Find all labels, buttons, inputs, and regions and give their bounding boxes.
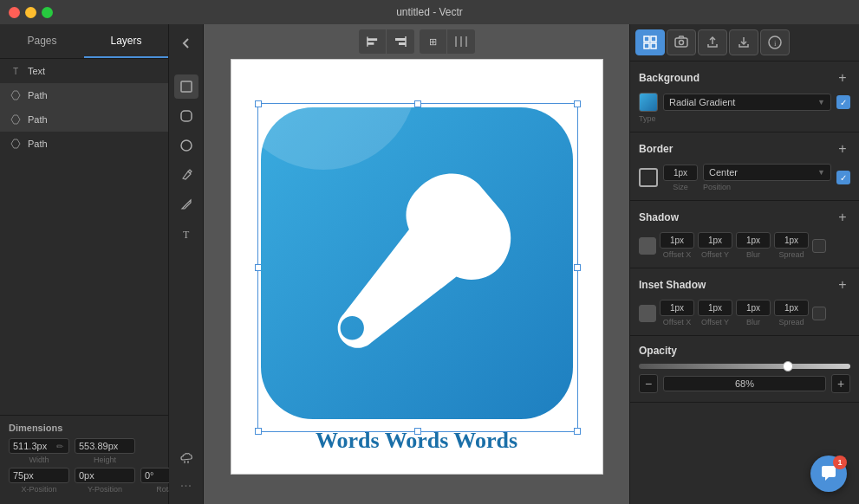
shadow-section: Shadow + Offset X Offset Y Blur bbox=[630, 201, 859, 268]
background-title: Background bbox=[639, 72, 700, 84]
width-label: Width bbox=[9, 456, 69, 464]
rp-export-btn[interactable] bbox=[698, 29, 727, 55]
border-add-btn[interactable]: + bbox=[835, 141, 850, 157]
svg-rect-20 bbox=[675, 38, 687, 47]
handle-br[interactable] bbox=[574, 428, 581, 435]
canvas-area: ⊞ bbox=[204, 24, 629, 504]
layer-item-path1[interactable]: Path bbox=[0, 83, 168, 107]
transform-btn[interactable]: ⊞ bbox=[420, 29, 447, 54]
svg-rect-17 bbox=[651, 36, 656, 42]
inset-shadow-title: Inset Shadow bbox=[639, 279, 706, 291]
inset-shadow-spread-label: Spread bbox=[778, 318, 804, 326]
y-input[interactable] bbox=[79, 470, 122, 481]
border-title: Border bbox=[639, 143, 673, 155]
handle-bl[interactable] bbox=[255, 428, 262, 435]
border-color-swatch[interactable] bbox=[639, 168, 658, 187]
rp-info-btn[interactable]: i bbox=[760, 29, 790, 55]
canvas-text: Words Words Words bbox=[316, 428, 517, 454]
cloud-tool[interactable] bbox=[174, 445, 198, 469]
gradient-type-selector[interactable]: Radial Gradient ▼ bbox=[663, 94, 831, 111]
text-tool[interactable]: T bbox=[174, 222, 198, 246]
square-tool[interactable] bbox=[174, 74, 198, 99]
app-icon[interactable] bbox=[261, 107, 573, 419]
path-layer-icon-2 bbox=[9, 113, 23, 126]
pages-tab[interactable]: Pages bbox=[0, 24, 84, 58]
inset-shadow-color-swatch[interactable] bbox=[639, 305, 656, 322]
svg-rect-9 bbox=[395, 38, 406, 41]
close-button[interactable] bbox=[9, 7, 20, 18]
inset-shadow-blur-input[interactable] bbox=[736, 300, 771, 316]
rounded-rect-tool[interactable] bbox=[174, 104, 198, 128]
border-size-input[interactable] bbox=[663, 165, 698, 181]
width-input[interactable] bbox=[13, 441, 56, 451]
handle-tr[interactable] bbox=[574, 100, 581, 107]
svg-rect-16 bbox=[644, 36, 649, 42]
minimize-button[interactable] bbox=[25, 7, 36, 18]
rp-grid-btn[interactable] bbox=[635, 29, 665, 55]
circle-tool[interactable] bbox=[174, 133, 198, 158]
shadow-offset-x-input[interactable] bbox=[660, 232, 694, 249]
tool-strip: T ··· bbox=[169, 24, 204, 504]
inset-shadow-spread-input[interactable] bbox=[774, 300, 809, 316]
background-type-label: Type bbox=[639, 114, 850, 123]
svg-rect-18 bbox=[644, 43, 649, 48]
window-title: untitled - Vectr bbox=[396, 6, 463, 18]
shadow-enabled-check[interactable] bbox=[812, 239, 826, 253]
rp-toolbar: i bbox=[630, 24, 859, 61]
more-tools[interactable]: ··· bbox=[177, 475, 195, 497]
shadow-add-btn[interactable]: + bbox=[835, 210, 850, 225]
background-color-swatch[interactable] bbox=[639, 93, 658, 112]
border-position-text: Center bbox=[709, 167, 814, 178]
opacity-plus-btn[interactable]: + bbox=[831, 374, 850, 393]
inset-shadow-offset-x-input[interactable] bbox=[660, 300, 694, 316]
align-tools bbox=[358, 29, 415, 55]
layer-item-text[interactable]: T Text bbox=[0, 59, 168, 83]
pencil-tool[interactable] bbox=[174, 192, 198, 216]
shadow-offset-y-input[interactable] bbox=[698, 232, 732, 249]
layer-item-path3[interactable]: Path bbox=[0, 132, 168, 156]
maximize-button[interactable] bbox=[42, 7, 53, 18]
handle-tm[interactable] bbox=[414, 100, 421, 107]
dim-row-1: ✏ Width Height bbox=[9, 438, 159, 464]
back-tool[interactable] bbox=[174, 31, 198, 55]
width-edit-icon: ✏ bbox=[56, 442, 63, 451]
layer-item-path2[interactable]: Path bbox=[0, 107, 168, 132]
y-field: Y-Position bbox=[75, 468, 135, 494]
shadow-spread-input[interactable] bbox=[774, 232, 809, 249]
path-layer-icon-1 bbox=[9, 88, 23, 102]
layers-tab[interactable]: Layers bbox=[84, 24, 168, 58]
inset-shadow-offset-y-input[interactable] bbox=[698, 300, 732, 316]
x-input[interactable] bbox=[13, 470, 56, 481]
distribute-btn[interactable] bbox=[447, 29, 475, 54]
opacity-section: Opacity − 68% + bbox=[630, 336, 859, 403]
align-right-btn[interactable] bbox=[387, 29, 414, 54]
shadow-blur-input[interactable] bbox=[736, 232, 771, 249]
dimensions-panel: Dimensions ✏ Width Height bbox=[0, 415, 168, 504]
height-input[interactable] bbox=[79, 441, 122, 451]
x-label: X-Position bbox=[9, 485, 69, 494]
opacity-slider-track[interactable] bbox=[639, 364, 850, 369]
background-enabled-check[interactable]: ✓ bbox=[836, 95, 850, 109]
left-sidebar: Pages Layers T Text Path Path bbox=[0, 24, 169, 504]
pen-tool[interactable] bbox=[174, 163, 198, 187]
canvas-surface[interactable]: Words Words Words bbox=[231, 59, 603, 475]
background-add-btn[interactable]: + bbox=[835, 70, 850, 86]
shadow-offset-x-label: Offset X bbox=[663, 250, 691, 259]
inset-shadow-blur-label: Blur bbox=[746, 318, 760, 326]
opacity-slider-thumb[interactable] bbox=[783, 361, 793, 372]
inset-shadow-add-btn[interactable]: + bbox=[835, 277, 850, 293]
handle-tl[interactable] bbox=[255, 100, 262, 107]
align-left-btn[interactable] bbox=[359, 29, 387, 54]
border-section: Border + Size Center ▼ Position ✓ bbox=[630, 132, 859, 201]
rp-import-btn[interactable] bbox=[729, 29, 758, 55]
handle-mr[interactable] bbox=[574, 264, 581, 271]
transform-tools: ⊞ bbox=[419, 29, 476, 55]
chat-bubble[interactable]: 1 bbox=[810, 456, 847, 492]
svg-rect-1 bbox=[181, 111, 192, 121]
border-position-selector[interactable]: Center ▼ bbox=[703, 164, 831, 181]
shadow-color-swatch[interactable] bbox=[639, 237, 656, 255]
rp-camera-btn[interactable] bbox=[667, 29, 696, 55]
opacity-minus-btn[interactable]: − bbox=[639, 374, 658, 393]
inset-shadow-enabled-check[interactable] bbox=[812, 307, 826, 320]
border-enabled-check[interactable]: ✓ bbox=[836, 171, 850, 184]
